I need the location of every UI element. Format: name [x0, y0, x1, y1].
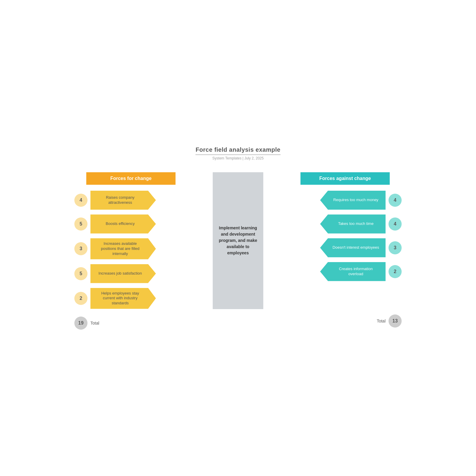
title-underline	[195, 154, 280, 155]
against-change-row-3: Doesn't interest employees 3	[265, 238, 402, 257]
for-badge-1: 4	[74, 194, 87, 207]
against-total-label: Total	[377, 319, 386, 323]
for-arrow-2: Boosts efficiency	[90, 214, 156, 234]
right-section: Forces against change Requires too much …	[265, 172, 402, 328]
for-arrow-3: Increases available positions that are f…	[90, 238, 156, 259]
against-arrow-1: Requires too much money	[320, 191, 386, 210]
subtitle: System Templates | July 2, 2025	[195, 156, 280, 160]
against-total-badge: 13	[389, 314, 402, 328]
against-arrow-3: Doesn't interest employees	[320, 238, 386, 257]
for-total-label: Total	[90, 321, 99, 325]
for-change-row-5: 2 Helps employees stay current with indu…	[74, 288, 211, 309]
forces-for-change-header: Forces for change	[86, 172, 176, 185]
for-change-total-row: 19 Total	[74, 317, 99, 330]
against-badge-3: 3	[389, 241, 402, 254]
against-badge-1: 4	[389, 194, 402, 207]
for-total-badge: 19	[74, 317, 87, 330]
main-title: Force field analysis example	[195, 146, 280, 153]
for-arrow-1: Raises company attractiveness	[90, 191, 156, 210]
against-arrow-2: Takes too much time	[320, 214, 386, 234]
against-change-row-2: Takes too much time 4	[265, 214, 402, 234]
for-change-row-4: 5 Increases job satisfaction	[74, 264, 211, 283]
for-arrow-5: Helps employees stay current with indust…	[90, 288, 156, 309]
for-arrow-4: Increases job satisfaction	[90, 264, 156, 283]
left-section: Forces for change 4 Raises company attra…	[74, 172, 211, 330]
against-change-row-1: Requires too much money 4	[265, 191, 402, 210]
for-badge-3: 3	[74, 242, 87, 255]
against-change-row-4: Creates information overload 2	[265, 262, 402, 281]
for-change-row-1: 4 Raises company attractiveness	[74, 191, 211, 210]
page-container: Force field analysis example System Temp…	[74, 146, 402, 330]
for-badge-5: 2	[74, 292, 87, 305]
forces-against-change-header: Forces against change	[300, 172, 390, 185]
diagram-area: Forces for change 4 Raises company attra…	[74, 172, 402, 330]
against-badge-4: 2	[389, 265, 402, 278]
for-badge-2: 5	[74, 217, 87, 231]
for-badge-4: 5	[74, 267, 87, 280]
for-change-row-2: 5 Boosts efficiency	[74, 214, 211, 234]
against-change-total-row: Total 13	[377, 314, 402, 328]
against-badge-2: 4	[389, 217, 402, 231]
for-change-row-3: 3 Increases available positions that are…	[74, 238, 211, 259]
center-box: Implement learning and development progr…	[213, 172, 263, 309]
against-arrow-4: Creates information overload	[320, 262, 386, 281]
title-section: Force field analysis example System Temp…	[195, 146, 280, 160]
center-section: Implement learning and development progr…	[211, 172, 265, 309]
